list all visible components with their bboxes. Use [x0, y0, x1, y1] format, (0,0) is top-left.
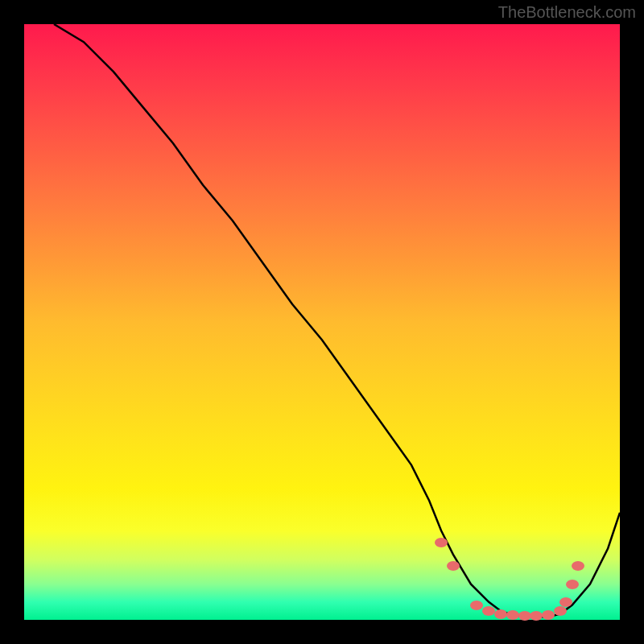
marker-dot [559, 597, 572, 607]
marker-dot [470, 601, 483, 610]
marker-dot [447, 561, 460, 571]
marker-dot [518, 611, 531, 621]
marker-dot [572, 561, 584, 571]
marker-dot [566, 580, 579, 589]
chart-curve [24, 24, 620, 620]
watermark-text: TheBottleneck.com [498, 3, 636, 22]
marker-dot [494, 609, 507, 619]
plot-background [24, 24, 620, 620]
marker-dot [435, 538, 448, 547]
marker-dot [530, 611, 543, 621]
marker-dot [554, 606, 567, 616]
marker-dot [482, 606, 495, 616]
marker-dot [506, 610, 519, 620]
marker-dot [542, 610, 555, 620]
